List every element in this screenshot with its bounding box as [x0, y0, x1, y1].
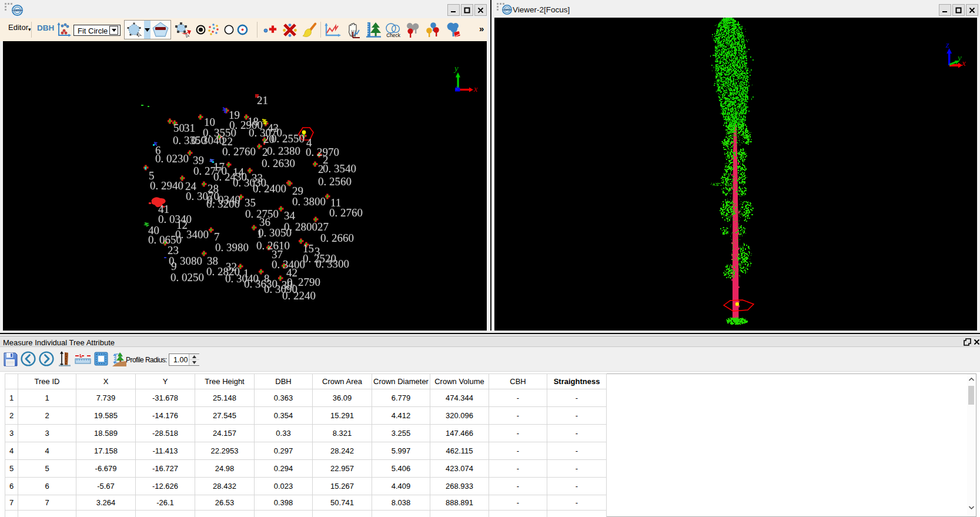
svg-text:LiDAR360: LiDAR360	[12, 9, 22, 12]
svg-text:y: y	[453, 64, 459, 73]
svg-text:z: z	[945, 40, 949, 49]
svg-text:x: x	[473, 84, 478, 94]
svg-text:x: x	[961, 58, 966, 68]
svg-text:y: y	[956, 53, 962, 62]
svg-text:Check: Check	[386, 32, 401, 38]
svg-text:z: z	[455, 84, 459, 92]
svg-text:LiDAR360: LiDAR360	[503, 9, 511, 11]
